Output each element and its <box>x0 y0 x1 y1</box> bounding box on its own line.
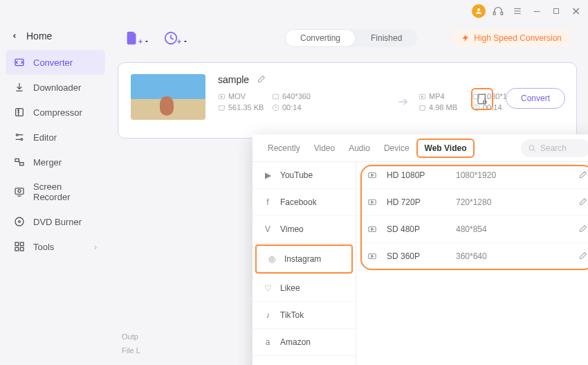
svg-point-45 <box>529 145 534 150</box>
platform-list: ▶YouTubefFacebookVVimeo◎Instagram♡Likee♪… <box>252 162 356 365</box>
high-speed-label: High Speed Conversion <box>474 33 562 43</box>
resolution-hd-720p[interactable]: HD 720P720*1280 <box>356 189 588 216</box>
platform-youtube[interactable]: ▶YouTube <box>252 162 356 189</box>
compressor-icon <box>14 107 25 118</box>
main-panel: Converting Finished High Speed Conversio… <box>111 22 588 365</box>
dst-format: MP4 <box>429 92 445 100</box>
nav-merger[interactable]: Merger <box>6 150 105 175</box>
home-nav[interactable]: Home <box>6 28 105 50</box>
platform-label: YouTube <box>280 170 313 180</box>
resolution-name: HD 720P <box>387 197 456 207</box>
close-button[interactable]: ✕ <box>569 4 582 18</box>
svg-rect-28 <box>20 247 24 251</box>
svg-point-0 <box>477 8 480 11</box>
high-speed-button[interactable]: High Speed Conversion <box>453 30 570 46</box>
platform-label: Facebook <box>280 197 317 207</box>
svg-rect-18 <box>20 163 24 166</box>
resolution-hd-1080p[interactable]: HD 1080P1080*1920 <box>356 162 588 189</box>
tools-icon <box>14 241 25 252</box>
platform-label: Vimeo <box>280 224 304 234</box>
chevron-right-icon: › <box>94 242 97 252</box>
nav-screen-recorder[interactable]: Screen Recorder <box>6 175 105 209</box>
video-icon <box>367 224 380 234</box>
resolution-name: SD 360P <box>387 251 456 261</box>
platform-facebook[interactable]: fFacebook <box>252 189 356 216</box>
popup-tab-recently[interactable]: Recently <box>261 134 307 161</box>
nav-editor[interactable]: Editor <box>6 125 105 150</box>
menu-icon[interactable] <box>511 4 524 18</box>
platform-likee[interactable]: ♡Likee <box>252 275 356 302</box>
format-popup: RecentlyVideoAudioDeviceWeb Video Search… <box>252 134 588 365</box>
platform-label: TikTok <box>280 310 304 320</box>
popup-tab-device[interactable]: Device <box>377 134 416 161</box>
avatar[interactable] <box>472 4 486 18</box>
platform-tiktok[interactable]: ♪TikTok <box>252 302 356 329</box>
svg-point-15 <box>21 139 23 141</box>
resolution-list: HD 1080P1080*1920HD 720P720*1280SD 480P4… <box>356 162 588 365</box>
youtube-icon: ▶ <box>262 170 273 181</box>
platform-amazon[interactable]: aAmazon <box>252 329 356 356</box>
resolution-sd-480p[interactable]: SD 480P480*854 <box>356 216 588 243</box>
tab-finished[interactable]: Finished <box>356 29 417 47</box>
convert-button[interactable]: Convert <box>506 88 565 109</box>
popup-tab-video[interactable]: Video <box>307 134 342 161</box>
edit-icon[interactable] <box>578 197 587 207</box>
file-title: sample <box>218 74 249 85</box>
output-settings-button[interactable] <box>471 88 493 110</box>
converter-icon <box>14 57 25 68</box>
add-folder-button[interactable] <box>163 30 188 46</box>
popup-tab-audio[interactable]: Audio <box>342 134 377 161</box>
src-format: MOV <box>228 92 246 100</box>
video-thumbnail[interactable] <box>131 74 205 120</box>
merger-icon <box>14 157 25 168</box>
home-label: Home <box>26 30 52 42</box>
svg-rect-6 <box>554 9 559 14</box>
platform-label: Instagram <box>284 254 321 264</box>
svg-point-24 <box>19 221 21 223</box>
nav-downloader[interactable]: Downloader <box>6 75 105 100</box>
nav-tools[interactable]: Tools› <box>6 234 105 259</box>
resolution-name: HD 1080P <box>387 170 456 180</box>
search-placeholder: Search <box>540 143 567 153</box>
resolution-sd-360p[interactable]: SD 360P360*640 <box>356 243 588 270</box>
nav-compressor[interactable]: Compressor <box>6 100 105 125</box>
platform-vimeo[interactable]: VVimeo <box>252 216 356 243</box>
nav-converter[interactable]: Converter <box>6 50 105 75</box>
bolt-icon <box>461 34 470 42</box>
edit-icon[interactable] <box>578 251 587 261</box>
svg-line-19 <box>19 160 19 163</box>
nav-label: Editor <box>33 132 57 143</box>
nav-dvd-burner[interactable]: DVD Burner <box>6 209 105 234</box>
platform-instagram[interactable]: ◎Instagram <box>255 244 353 274</box>
tab-converting[interactable]: Converting <box>285 29 356 47</box>
svg-rect-26 <box>20 242 24 246</box>
svg-rect-36 <box>273 94 278 98</box>
platform-label: Likee <box>280 283 300 293</box>
nav-label: Merger <box>33 157 62 168</box>
dst-size: 4.98 MB <box>429 103 457 112</box>
platform-ebay[interactable]: ebayeBay <box>252 356 356 365</box>
nav-label: DVD Burner <box>33 217 82 227</box>
tiktok-icon: ♪ <box>262 310 273 321</box>
edit-icon[interactable] <box>578 224 587 234</box>
file-card: sample MOV 640*360 MP4 1080*1920 561.35 … <box>118 62 577 139</box>
svg-rect-20 <box>15 188 24 195</box>
svg-rect-2 <box>501 12 503 15</box>
svg-point-23 <box>15 217 24 226</box>
svg-rect-27 <box>15 247 19 251</box>
src-size: 561.35 KB <box>228 103 264 112</box>
svg-marker-48 <box>371 174 374 177</box>
svg-marker-52 <box>371 228 374 231</box>
popup-tab-web-video[interactable]: Web Video <box>416 139 475 158</box>
svg-marker-35 <box>221 96 223 98</box>
minimize-button[interactable]: – <box>530 4 544 18</box>
headset-icon[interactable] <box>491 4 505 18</box>
amazon-icon: a <box>262 337 273 348</box>
edit-title-icon[interactable] <box>256 75 266 84</box>
add-file-button[interactable] <box>125 30 149 46</box>
svg-point-13 <box>16 134 18 136</box>
popup-search[interactable]: Search <box>521 139 588 157</box>
maximize-button[interactable] <box>549 4 563 18</box>
edit-icon[interactable] <box>578 170 587 180</box>
svg-rect-1 <box>493 12 495 15</box>
